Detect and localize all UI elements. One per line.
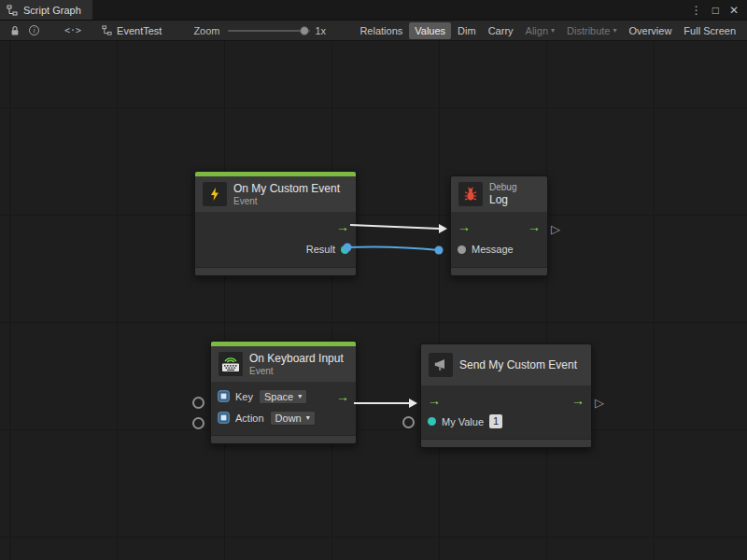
flow-output-port[interactable]: → bbox=[528, 220, 541, 233]
node-expand-triangle[interactable]: ▷ bbox=[595, 397, 604, 409]
zoom-slider[interactable] bbox=[228, 25, 310, 36]
titlebar: Script Graph ⋮ □ ✕ bbox=[0, 0, 747, 21]
node-footer bbox=[421, 439, 591, 447]
flow-input-port[interactable]: → bbox=[428, 394, 441, 407]
node-body: → → Message bbox=[451, 212, 547, 267]
message-input-port[interactable] bbox=[458, 245, 466, 254]
overview-button[interactable]: Overview bbox=[624, 22, 678, 39]
result-output-port[interactable] bbox=[341, 245, 349, 254]
node-title: Send My Custom Event bbox=[459, 358, 577, 371]
node-footer bbox=[195, 267, 356, 275]
flow-output-port[interactable]: → bbox=[571, 394, 585, 407]
node-body: → → My Value 1 bbox=[421, 385, 591, 439]
node-header: On Keyboard Input Event bbox=[211, 346, 356, 382]
node-header: On My Custom Event Event bbox=[195, 176, 356, 212]
node-category: Debug bbox=[489, 182, 516, 192]
bug-icon bbox=[458, 182, 483, 206]
connections-layer bbox=[0, 41, 747, 560]
node-debug-log[interactable]: Debug Log → → Message bbox=[450, 175, 548, 276]
graph-toolbar: i <·> EventTest Zoom 1x Relations Values… bbox=[0, 21, 747, 41]
info-icon-glyph: i bbox=[29, 25, 39, 35]
chevron-down-icon: ▾ bbox=[298, 393, 302, 400]
dim-button[interactable]: Dim bbox=[452, 22, 482, 39]
window-controls: ⋮ □ ✕ bbox=[691, 0, 747, 20]
connection-value-result-to-message[interactable] bbox=[347, 246, 439, 250]
graph-icon bbox=[7, 5, 18, 16]
node-subtitle: Event bbox=[249, 366, 344, 376]
maximize-button[interactable]: □ bbox=[712, 5, 719, 16]
info-icon[interactable]: i bbox=[24, 21, 44, 40]
action-external-port[interactable] bbox=[192, 417, 204, 429]
tab-script-graph[interactable]: Script Graph bbox=[0, 0, 92, 20]
graph-breadcrumb[interactable]: EventTest bbox=[102, 25, 162, 36]
code-view-icon[interactable]: <·> bbox=[64, 25, 81, 35]
zoom-label: Zoom bbox=[193, 25, 219, 36]
graph-icon bbox=[102, 25, 112, 35]
node-expand-triangle[interactable]: ▷ bbox=[551, 223, 560, 235]
graph-name: EventTest bbox=[117, 25, 162, 36]
my-value-port-label: My Value bbox=[442, 416, 484, 427]
node-subtitle: Event bbox=[233, 196, 340, 206]
node-body: Key Space ▾ → Action Down bbox=[211, 382, 356, 435]
megaphone-icon bbox=[429, 353, 453, 377]
values-button[interactable]: Values bbox=[409, 22, 451, 39]
message-port-label: Message bbox=[472, 244, 514, 255]
flow-output-port[interactable]: → bbox=[336, 220, 349, 233]
unity-script-graph-window: Script Graph ⋮ □ ✕ i <·> EventTest bbox=[0, 0, 747, 560]
fullscreen-button[interactable]: Full Screen bbox=[678, 22, 741, 39]
my-value-field[interactable]: 1 bbox=[489, 414, 502, 428]
connection-arrowhead bbox=[439, 224, 447, 233]
lock-icon-glyph bbox=[10, 25, 20, 36]
key-dropdown[interactable]: Space ▾ bbox=[259, 389, 307, 404]
toolbar-buttons: Relations Values Dim Carry Align ▾ Distr… bbox=[354, 22, 741, 39]
key-type-icon bbox=[218, 390, 230, 402]
align-button[interactable]: Align ▾ bbox=[520, 22, 560, 39]
distribute-button[interactable]: Distribute ▾ bbox=[561, 22, 622, 39]
connection-flow-custom-event-to-log[interactable] bbox=[350, 225, 440, 229]
node-title: On Keyboard Input bbox=[249, 352, 344, 365]
connection-endpoint bbox=[435, 246, 444, 255]
key-port-label: Key bbox=[235, 391, 253, 402]
graph-canvas[interactable]: On My Custom Event Event → Result bbox=[0, 41, 747, 560]
node-header: Debug Log bbox=[451, 176, 547, 212]
flow-output-port[interactable]: → bbox=[336, 390, 349, 403]
tab-title: Script Graph bbox=[23, 5, 81, 16]
zoom-slider-track bbox=[228, 30, 310, 32]
my-value-external-port[interactable] bbox=[402, 416, 415, 428]
zoom-value: 1x bbox=[316, 25, 327, 36]
node-on-keyboard-input[interactable]: On Keyboard Input Event Key Space ▾ bbox=[210, 341, 357, 444]
window-menu-button[interactable]: ⋮ bbox=[691, 5, 702, 16]
action-port-label: Action bbox=[235, 413, 264, 424]
action-dropdown[interactable]: Down ▾ bbox=[270, 411, 316, 426]
node-header: Send My Custom Event bbox=[421, 344, 591, 385]
chevron-down-icon: ▾ bbox=[306, 414, 310, 422]
close-button[interactable]: ✕ bbox=[729, 5, 739, 16]
my-value-input-port[interactable] bbox=[428, 417, 436, 426]
node-title: Log bbox=[489, 193, 516, 206]
connection-arrowhead bbox=[409, 399, 417, 408]
node-title: On My Custom Event bbox=[233, 182, 340, 195]
node-footer bbox=[211, 435, 356, 443]
flow-input-port[interactable]: → bbox=[458, 220, 471, 233]
node-send-my-custom-event[interactable]: Send My Custom Event → → My Value 1 bbox=[420, 343, 592, 448]
key-external-port[interactable] bbox=[192, 397, 204, 409]
key-dropdown-value: Space bbox=[264, 391, 293, 402]
node-on-my-custom-event[interactable]: On My Custom Event Event → Result bbox=[194, 171, 357, 276]
node-footer bbox=[451, 267, 547, 275]
action-type-icon bbox=[218, 412, 230, 424]
align-label: Align bbox=[526, 25, 548, 36]
result-port-label: Result bbox=[306, 244, 335, 255]
chevron-down-icon: ▾ bbox=[613, 27, 617, 35]
distribute-label: Distribute bbox=[567, 25, 610, 36]
action-dropdown-value: Down bbox=[275, 413, 302, 424]
relations-button[interactable]: Relations bbox=[354, 22, 408, 39]
lightning-icon bbox=[203, 182, 227, 206]
lock-icon[interactable] bbox=[6, 21, 24, 40]
node-body: → Result bbox=[195, 212, 356, 267]
carry-button[interactable]: Carry bbox=[483, 22, 519, 39]
keyboard-icon bbox=[218, 352, 243, 376]
chevron-down-icon: ▾ bbox=[551, 27, 555, 35]
zoom-slider-knob[interactable] bbox=[300, 26, 309, 35]
